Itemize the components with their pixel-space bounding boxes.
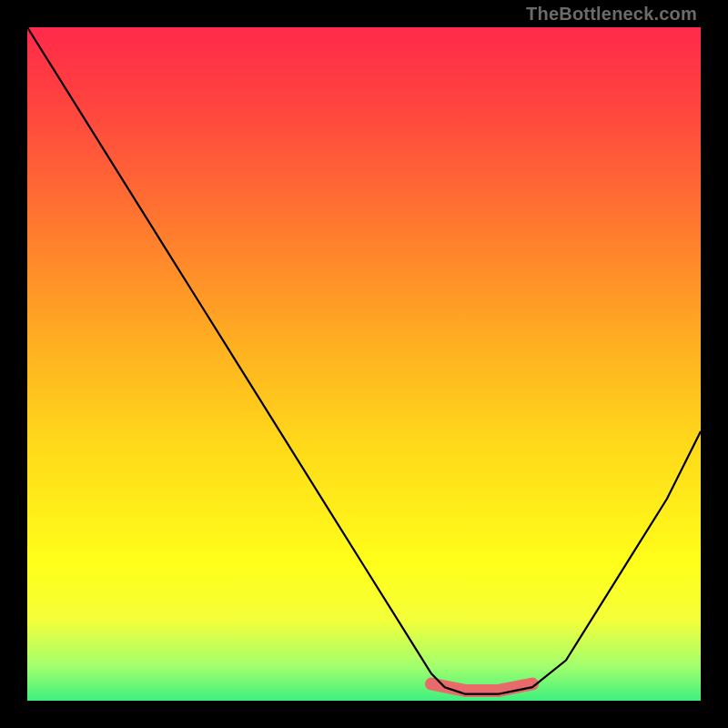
chart-frame: TheBottleneck.com xyxy=(0,0,728,728)
watermark-text: TheBottleneck.com xyxy=(526,4,697,25)
main-curve xyxy=(27,27,701,694)
chart-svg xyxy=(27,27,701,701)
